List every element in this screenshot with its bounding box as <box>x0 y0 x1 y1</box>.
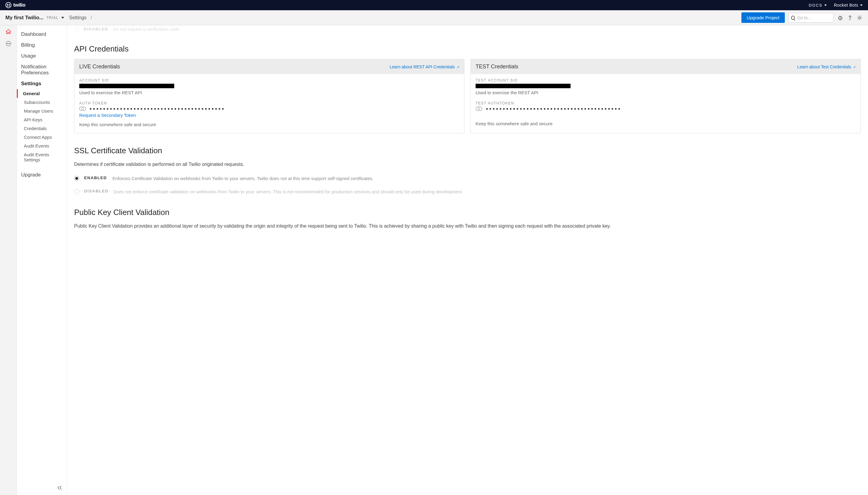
collapse-sidebar-icon[interactable] <box>57 485 62 492</box>
account-sid-help: Used to exercise the REST API <box>79 90 459 95</box>
ssl-enabled-label: ENABLED <box>84 175 108 180</box>
search-icon <box>791 16 795 20</box>
radio-icon[interactable] <box>74 176 79 181</box>
external-link-icon: ↗ <box>457 65 459 69</box>
sidebar-sub-audit-events-settings[interactable]: Audit Events Settings <box>17 150 67 164</box>
project-dropdown-icon[interactable] <box>61 17 64 19</box>
request-secondary-token-link[interactable]: Request a Secondary Token <box>79 113 136 118</box>
svg-line-2 <box>838 17 839 17</box>
test-account-sid-help: Used to exercise the REST API <box>476 90 856 95</box>
auth-token-label: AUTH TOKEN <box>79 101 459 105</box>
svg-point-8 <box>850 19 850 20</box>
sidebar-sub-api-keys[interactable]: API Keys <box>17 115 67 124</box>
svg-line-7 <box>841 16 841 17</box>
learn-rest-api-link[interactable]: Learn about REST API Credentials ↗ <box>390 65 459 69</box>
auth-token-help: Keep this somewhere safe and secure <box>79 122 459 127</box>
twilio-logo-icon <box>5 2 12 8</box>
learn-rest-api-link-text: Learn about REST API Credentials <box>390 65 455 69</box>
test-auth-token-help: Keep this somewhere safe and secure <box>476 121 856 126</box>
test-auth-token-label: TEST AUTHTOKEN <box>476 101 856 105</box>
cutoff-label: DISABLED <box>84 27 108 31</box>
chevron-down-icon <box>860 4 863 6</box>
sidebar-item-billing[interactable]: Billing <box>17 40 67 51</box>
live-credentials-card: LIVE Credentials Learn about REST API Cr… <box>74 59 464 133</box>
section-title-api-credentials: API Credentials <box>74 44 861 54</box>
learn-test-credentials-link[interactable]: Learn about Test Credentials ↗ <box>797 65 856 69</box>
ssl-disabled-row[interactable]: DISABLED Does not enforce certificate va… <box>74 188 861 195</box>
more-icon[interactable] <box>5 40 12 47</box>
svg-line-3 <box>842 17 842 17</box>
sidebar-sub-connect-apps[interactable]: Connect Apps <box>17 133 67 141</box>
cutoff-row: DISABLED Do not require a verification c… <box>74 25 861 33</box>
rail <box>0 25 17 495</box>
test-credentials-card: TEST Credentials Learn about Test Creden… <box>471 59 861 133</box>
logo-text: twilio <box>13 2 25 8</box>
sidebar-item-usage[interactable]: Usage <box>17 51 67 62</box>
cutoff-desc: Do not require a verification code <box>113 27 179 32</box>
live-credentials-header: LIVE Credentials <box>79 64 120 70</box>
sidebar-sub-audit-events[interactable]: Audit Events <box>17 141 67 150</box>
help-icon[interactable] <box>847 15 853 21</box>
main-panel: DISABLED Do not require a verification c… <box>67 25 868 495</box>
sidebar-item-settings[interactable]: Settings <box>17 78 67 89</box>
sidebar-sub-subaccounts[interactable]: Subaccounts <box>17 98 67 107</box>
debug-icon[interactable] <box>837 15 843 21</box>
test-account-sid-label: TEST ACCOUNT SID <box>476 78 856 83</box>
project-name: My first Twilio... <box>5 15 44 21</box>
account-sid-value-redacted[interactable] <box>79 84 174 88</box>
logo[interactable]: twilio <box>5 2 25 8</box>
sidebar: Dashboard Billing Usage Notification Pre… <box>17 25 67 495</box>
search-box[interactable] <box>788 13 834 22</box>
svg-point-11 <box>7 44 7 44</box>
upgrade-project-button[interactable]: Upgrade Project <box>741 12 785 23</box>
ssl-disabled-label: DISABLED <box>84 189 109 193</box>
sidebar-sub-credentials[interactable]: Credentials <box>17 124 67 133</box>
ssl-disabled-desc: Does not enforce certificate validation … <box>113 188 463 195</box>
sidebar-item-notification-preferences[interactable]: Notification Preferences <box>17 62 67 78</box>
breadcrumb-settings[interactable]: Settings <box>69 15 86 20</box>
test-auth-token-masked: ●●●●●●●●●●●●●●●●●●●●●●●●●●●●●●●●●●●●●●●● <box>486 107 621 111</box>
ssl-enabled-row[interactable]: ENABLED Enforces Certificate Validation … <box>74 175 861 182</box>
chevron-down-icon <box>824 4 827 6</box>
learn-test-credentials-link-text: Learn about Test Credentials <box>797 65 851 69</box>
ssl-description: Determines if certificate validation is … <box>74 161 861 168</box>
svg-line-5 <box>842 19 842 19</box>
sidebar-sub-general[interactable]: General <box>17 89 67 98</box>
test-credentials-header: TEST Credentials <box>476 64 519 70</box>
eye-icon[interactable] <box>79 107 86 111</box>
docs-link[interactable]: DOCS <box>809 3 827 7</box>
trial-badge: TRIAL <box>46 16 58 20</box>
home-icon[interactable] <box>5 28 12 35</box>
external-link-icon: ↗ <box>853 65 856 69</box>
account-sid-label: ACCOUNT SID <box>79 78 459 83</box>
sidebar-sub-manage-users[interactable]: Manage Users <box>17 107 67 115</box>
sub-header: My first Twilio... TRIAL Settings / Upgr… <box>0 10 868 25</box>
sidebar-item-upgrade[interactable]: Upgrade <box>17 170 67 181</box>
docs-label: DOCS <box>809 3 822 7</box>
radio-icon[interactable] <box>74 27 79 32</box>
search-input[interactable] <box>797 15 831 20</box>
section-title-pkcv: Public Key Client Validation <box>74 208 861 217</box>
breadcrumb-separator: / <box>91 15 92 20</box>
svg-point-13 <box>9 44 10 44</box>
account-dropdown[interactable]: Rocket Bots <box>834 3 863 7</box>
top-bar: twilio DOCS Rocket Bots <box>0 0 868 10</box>
pkcv-description: Public Key Client Validation provides an… <box>74 222 861 230</box>
svg-point-12 <box>8 44 9 44</box>
sidebar-item-dashboard[interactable]: Dashboard <box>17 29 67 40</box>
account-label: Rocket Bots <box>834 3 858 7</box>
test-account-sid-value-redacted[interactable] <box>476 84 571 88</box>
svg-line-4 <box>838 19 839 19</box>
eye-icon[interactable] <box>476 107 482 111</box>
auth-token-masked: ●●●●●●●●●●●●●●●●●●●●●●●●●●●●●●●●●●●●●●●● <box>89 107 225 111</box>
svg-point-9 <box>859 17 861 19</box>
section-title-ssl: SSL Certificate Validation <box>74 146 861 155</box>
radio-icon[interactable] <box>74 189 79 194</box>
gear-icon[interactable] <box>856 15 863 21</box>
ssl-enabled-desc: Enforces Certificate Validation on webho… <box>112 175 373 182</box>
svg-line-6 <box>839 16 840 17</box>
